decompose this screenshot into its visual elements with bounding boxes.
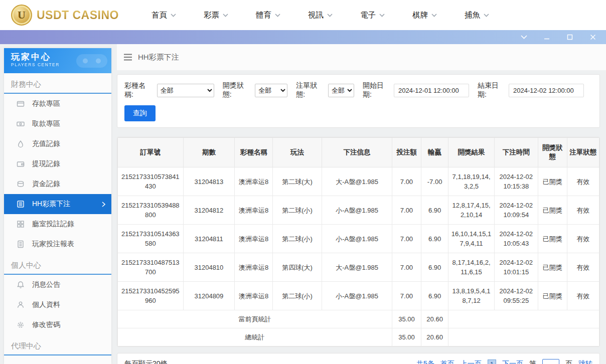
sidebar-item-announcements[interactable]: 消息公告 — [4, 275, 111, 295]
table-cell: 31204813 — [183, 167, 235, 196]
nav-label: 體育 — [256, 10, 271, 21]
sidebar-section-personal: 個人中心 — [4, 254, 111, 275]
nav-item-slots[interactable]: 電子 — [360, 10, 412, 21]
table-cell: 7.00 — [392, 253, 421, 282]
column-header: 注單狀態 — [567, 138, 599, 167]
sidebar-item-label: 充值記錄 — [32, 139, 60, 148]
sidebar-item-recharge-records[interactable]: 充值記錄 — [4, 134, 111, 154]
nav-item-home[interactable]: 首頁 — [152, 10, 204, 21]
sidebar-item-label: 修改密碼 — [32, 320, 60, 329]
sidebar-item-cashout-records[interactable]: 提現記錄 — [4, 154, 111, 174]
summary-label: 當前頁統計 — [118, 310, 392, 328]
table-cell: 已開獎 — [538, 282, 567, 310]
table-cell: 2152173310573841430 — [118, 167, 184, 196]
table-cell: 第二球(小) — [273, 196, 322, 225]
table-cell: 大-A盤@1.985 — [322, 253, 392, 282]
table-cell: 已開獎 — [538, 167, 567, 196]
pager: 共5条 首页 上一页 1 下一页 第 页 跳转 — [416, 359, 592, 364]
hamburger-menu-icon[interactable] — [123, 54, 132, 61]
page-jump-input[interactable] — [542, 359, 559, 364]
sidebar-item-label: 提現記錄 — [32, 159, 60, 168]
bets-table: 訂單號期數彩種名稱玩法下注信息投注額輸贏開獎結果下注時間開獎狀態注單狀態 215… — [117, 137, 599, 346]
maximize-button[interactable] — [566, 33, 574, 41]
chevron-down-icon — [327, 14, 333, 17]
first-page-link[interactable]: 首页 — [440, 359, 454, 364]
cash-icon — [17, 120, 25, 128]
end-date-input[interactable] — [509, 84, 584, 97]
table-cell: 澳洲幸运8 — [235, 253, 273, 282]
sidebar-item-withdraw[interactable]: 取款專區 — [4, 114, 111, 134]
table-cell: 第二球(大) — [273, 167, 322, 196]
column-header: 下注時間 — [494, 138, 538, 167]
current-page-indicator[interactable]: 1 — [488, 359, 496, 364]
filter-panel: 彩種名稱: 全部 開獎狀態: 全部 注單狀態: 全 — [117, 74, 600, 128]
bets-table-panel: 訂單號期數彩種名稱玩法下注信息投注額輸贏開獎結果下注時間開獎狀態注單狀態 215… — [117, 137, 600, 347]
summary-row-current-page: 當前頁統計 35.00 20.60 — [118, 310, 599, 328]
chevron-down-icon — [171, 14, 176, 17]
brand-emblem-icon: U — [11, 5, 32, 26]
nav-item-sports[interactable]: 體育 — [256, 10, 308, 21]
logo[interactable]: U USDT CASINO — [11, 5, 130, 26]
table-cell: 有效 — [567, 225, 599, 253]
sidebar-header: 玩家中心 PLAYERS CENTER — [4, 48, 111, 73]
table-cell: -7.00 — [421, 167, 448, 196]
column-header: 玩法 — [273, 138, 322, 167]
start-date-input[interactable] — [394, 84, 469, 97]
sidebar-section-finance: 財務中心 — [4, 73, 111, 94]
chevron-down-icon — [275, 14, 280, 17]
summary-win-total: 20.60 — [421, 328, 448, 346]
chevron-down-icon — [521, 35, 527, 39]
column-header: 期數 — [183, 138, 235, 167]
chevron-right-icon — [102, 202, 105, 207]
draw-status-select[interactable]: 全部 — [255, 84, 287, 97]
sidebar-item-hh-lottery-bets[interactable]: HH彩票下注 — [4, 194, 111, 214]
table-cell: 已開獎 — [538, 253, 567, 282]
sidebar-item-deposit[interactable]: 存款專區 — [4, 94, 111, 114]
table-cell: 6.90 — [421, 282, 448, 310]
titlebar-collapse-button[interactable] — [520, 33, 528, 41]
table-cell: 有效 — [567, 253, 599, 282]
table-cell: 澳洲幸运8 — [235, 282, 273, 310]
sidebar-item-fund-records[interactable]: 資金記錄 — [4, 174, 111, 194]
close-button[interactable] — [589, 33, 597, 41]
sidebar-item-player-bet-report[interactable]: 玩家投注報表 — [4, 234, 111, 254]
nav-item-lottery[interactable]: 彩票 — [204, 10, 256, 21]
prev-page-link[interactable]: 上一页 — [461, 359, 482, 364]
table-cell: 澳洲幸运8 — [235, 196, 273, 225]
table-cell: 7.00 — [392, 282, 421, 310]
summary-empty — [448, 328, 599, 346]
table-cell: 12,8,17,4,15,2,10,14 — [448, 196, 494, 225]
lottery-type-select[interactable]: 全部 — [157, 84, 214, 97]
sidebar-item-change-password[interactable]: 修改密碼 — [4, 315, 111, 335]
nav-item-video[interactable]: 視訊 — [308, 10, 360, 21]
sidebar-item-room-bet-records[interactable]: 廳室投註記錄 — [4, 214, 111, 234]
sidebar-item-label: 資金記錄 — [32, 179, 60, 189]
content-area: HH彩票下注 彩種名稱: 全部 開獎狀態: 全部 — [117, 44, 606, 364]
table-cell: 2152173310539488800 — [118, 196, 184, 225]
table-cell: 小-A盤@1.985 — [322, 225, 392, 253]
summary-win-total: 20.60 — [421, 310, 448, 328]
coins-icon — [17, 180, 25, 188]
pagination-bar: 每頁顯示20條 共5条 首页 上一页 1 下一页 第 页 跳转 — [117, 353, 600, 364]
jump-prefix-label: 第 — [529, 359, 536, 364]
table-cell: 第二球(小) — [273, 282, 322, 310]
table-cell: 2024-12-02 10:05:43 — [494, 225, 538, 253]
next-page-link[interactable]: 下一页 — [502, 359, 523, 364]
table-cell: 2024-12-02 10:09:54 — [494, 196, 538, 225]
table-cell: 第四球(大) — [273, 253, 322, 282]
column-header: 輸贏 — [421, 138, 448, 167]
jump-button[interactable]: 跳转 — [578, 359, 592, 364]
bet-status-select[interactable]: 全部 — [328, 84, 354, 97]
table-cell: 2024-12-02 10:15:38 — [494, 167, 538, 196]
nav-label: 棋牌 — [412, 10, 428, 21]
query-button[interactable]: 查詢 — [124, 105, 156, 121]
minimize-button[interactable] — [543, 33, 551, 41]
nav-item-fishing[interactable]: 捕魚 — [465, 10, 517, 21]
table-cell: 6.90 — [421, 196, 448, 225]
nav-item-cards[interactable]: 棋牌 — [412, 10, 465, 21]
table-row: 215217331053948880031204812澳洲幸运8第二球(小)小-… — [118, 196, 599, 225]
table-cell: 6.90 — [421, 253, 448, 282]
sidebar-item-profile[interactable]: 個人資料 — [4, 295, 111, 315]
table-cell: 2024-12-02 09:55:25 — [494, 282, 538, 310]
nav-label: 捕魚 — [465, 10, 480, 21]
